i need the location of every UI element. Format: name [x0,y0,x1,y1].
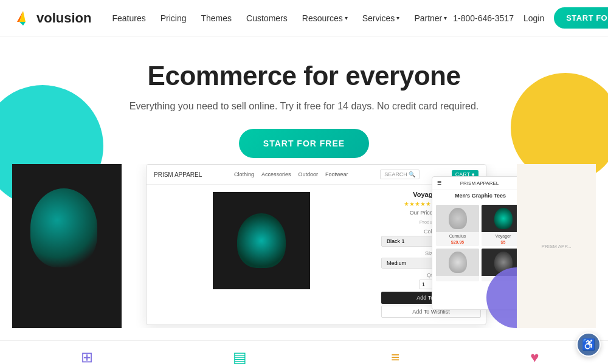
navbar: volusion Features Pricing Themes Custome… [0,0,608,36]
nav-resources[interactable]: Resources ▾ [296,10,354,27]
hero-title: Ecommerce for everyone [12,61,596,91]
nav-customers[interactable]: Customers [240,10,294,27]
brand-name: volusion [36,10,91,26]
login-link[interactable]: Login [523,13,544,23]
tshirt-image [12,164,122,328]
create-store-item[interactable]: ⊞ CREATE YOUR STORE [48,349,126,365]
mockup-store-name: PRISM APPAREL [154,171,202,178]
mobile-product-3-image [436,249,479,276]
mobile-product-3-price [436,280,479,281]
mobile-product-1: Cumulus $29.95 [436,205,479,246]
we-can-help-icon: ♥ [530,349,539,365]
phone-number: 1-800-646-3517 [453,13,514,23]
accessibility-button[interactable]: ♿ [576,332,601,357]
mobile-product-1-price: $29.95 [436,240,479,246]
mobile-store-name: PRISM APPAREL [460,180,499,186]
we-can-help-item[interactable]: ♥ WE CAN HELP [510,349,560,365]
nav-themes[interactable]: Themes [195,10,238,27]
mobile-hamburger-icon: ☰ [437,180,441,186]
sell-products-icon: ▤ [233,349,247,365]
product-image-area [147,185,376,318]
sell-products-item[interactable]: ▤ SELL YOUR PRODUCTS [198,349,281,365]
hero-section: Ecommerce for everyone Everything you ne… [0,36,608,340]
product-image [213,192,310,289]
hero-images: PRISM APPAREL Clothing Accessories Outdo… [12,164,596,328]
svg-marker-2 [19,22,26,26]
mobile-product-1-name: Cumulus [436,232,479,240]
hero-subtitle: Everything you need to sell online. Try … [12,101,596,112]
nav-links: Features Pricing Themes Customers Resour… [106,10,453,27]
box-image: PRISM APP... [517,164,596,328]
accessibility-icon: ♿ [582,338,595,351]
mockup-nav: Clothing Accessories Outdoor Footwear [234,171,348,177]
hero-cta-button[interactable]: START FOR FREE [239,129,369,158]
mockup-search: SEARCH 🔍 [380,170,420,179]
mobile-product-1-image [436,205,479,232]
nav-features[interactable]: Features [106,10,151,27]
grow-business-item[interactable]: ≡ GROW YOUR BUSINESS [353,349,437,365]
mobile-product-3 [436,249,479,281]
mobile-header: ☰ PRISM APPAREL 🔍 [432,177,528,190]
nav-partner[interactable]: Partner ▾ [408,10,453,27]
nav-right: 1-800-646-3517 Login START FOR FREE [453,7,608,29]
logo-icon [15,10,32,27]
mobile-category: Men's Graphic Tees [432,190,528,201]
chevron-down-icon: ▾ [345,15,348,21]
start-free-button[interactable]: START FOR FREE [554,7,608,29]
logo[interactable]: volusion [15,10,91,27]
chevron-down-icon: ▾ [444,15,447,21]
create-store-icon: ⊞ [81,349,93,365]
nav-services[interactable]: Services ▾ [356,10,406,27]
bottom-nav: ⊞ CREATE YOUR STORE ▤ SELL YOUR PRODUCTS… [0,340,608,364]
grow-business-icon: ≡ [391,349,399,365]
chevron-down-icon: ▾ [396,15,399,21]
nav-pricing[interactable]: Pricing [154,10,193,27]
